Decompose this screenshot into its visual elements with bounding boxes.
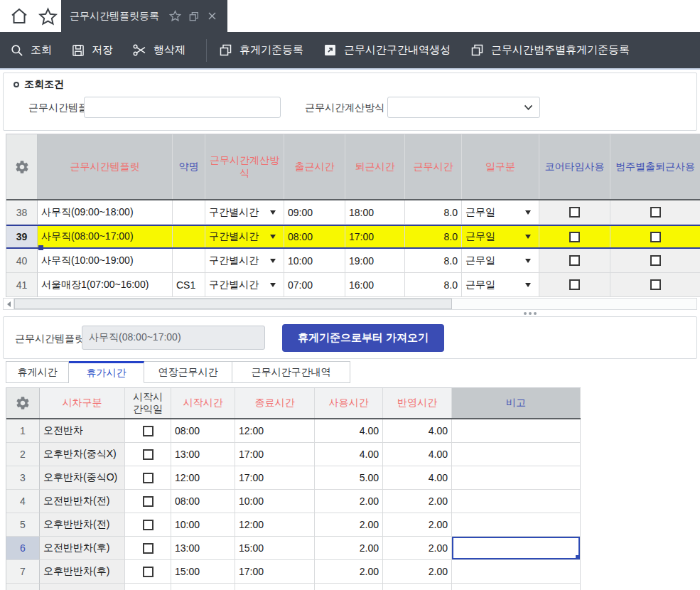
- checkbox[interactable]: [650, 207, 661, 218]
- cell-note[interactable]: [452, 466, 581, 490]
- cell-note[interactable]: [452, 537, 581, 560]
- column-header-calc[interactable]: 근무시간계산방식: [205, 134, 284, 199]
- cell-nextday[interactable]: [125, 466, 171, 490]
- dropdown-arrow-icon[interactable]: [525, 283, 531, 287]
- cell-start[interactable]: 13:00: [171, 537, 235, 560]
- cell-category[interactable]: 오후반반차(전): [40, 513, 125, 537]
- cell-start[interactable]: 10:00: [284, 249, 345, 273]
- cell-nextday[interactable]: [125, 419, 171, 443]
- cell-apply[interactable]: 2.00: [383, 537, 452, 560]
- cell-end[interactable]: 16:00: [345, 273, 405, 297]
- dropdown-arrow-icon[interactable]: [270, 259, 276, 263]
- cell-cat[interactable]: [610, 226, 700, 247]
- column-header-core[interactable]: 코어타임사용: [539, 134, 610, 199]
- favorite-star-icon[interactable]: [37, 6, 58, 27]
- cell-start[interactable]: 09:00: [284, 200, 345, 225]
- cell-calc[interactable]: 구간별시간: [205, 249, 284, 273]
- checkbox[interactable]: [569, 232, 580, 242]
- horizontal-scrollbar[interactable]: [3, 298, 697, 310]
- cell-note[interactable]: [452, 443, 581, 466]
- cell-apply[interactable]: 4.00: [383, 466, 452, 490]
- cell-category[interactable]: 오후반차(중식O): [40, 466, 125, 490]
- tab-worktime-sections[interactable]: 근무시간구간내역: [232, 361, 350, 383]
- column-header-start[interactable]: 출근시간: [284, 134, 345, 199]
- dropdown-arrow-icon[interactable]: [525, 259, 531, 263]
- popout-icon[interactable]: [188, 11, 200, 22]
- row-number[interactable]: 4: [6, 490, 40, 513]
- cell-abbr[interactable]: [173, 249, 205, 273]
- cell-abbr[interactable]: [173, 200, 205, 225]
- cell-day[interactable]: 근무일: [462, 226, 539, 247]
- cell-category[interactable]: 오전반차: [40, 419, 125, 443]
- tab-break-time[interactable]: 휴게시간: [6, 361, 69, 383]
- cell-category[interactable]: 오후반반차(후): [40, 560, 125, 584]
- close-icon[interactable]: [207, 11, 217, 21]
- fill-handle[interactable]: [576, 555, 579, 559]
- cell-cat[interactable]: [610, 273, 700, 297]
- cell-end[interactable]: 15:00: [235, 537, 315, 560]
- cell-end[interactable]: 17:00: [235, 466, 315, 490]
- row-number[interactable]: 3: [6, 466, 40, 490]
- cell-apply[interactable]: 2.00: [383, 513, 452, 537]
- home-icon[interactable]: [9, 6, 30, 27]
- cell-end[interactable]: 18:00: [345, 200, 405, 225]
- break-standard-register-button[interactable]: 휴게기준등록: [218, 43, 303, 58]
- cell-start[interactable]: 15:00: [171, 560, 235, 584]
- cell-nextday[interactable]: [125, 513, 171, 537]
- cell-hours[interactable]: 8.0: [405, 249, 462, 273]
- checkbox[interactable]: [143, 496, 154, 507]
- cell-apply[interactable]: [383, 584, 452, 590]
- cell-template[interactable]: 사무직(10:00~19:00): [38, 249, 173, 273]
- cell-core[interactable]: [539, 200, 610, 225]
- column-header-template[interactable]: 근무시간템플릿: [38, 134, 173, 199]
- cell-category[interactable]: 오전반반차(전): [40, 490, 125, 513]
- cell-end[interactable]: 10:00: [235, 490, 315, 513]
- column-header-note[interactable]: 비고: [452, 388, 581, 418]
- checkbox[interactable]: [650, 279, 661, 290]
- column-header-day[interactable]: 일구분: [462, 134, 539, 199]
- cell-apply[interactable]: 4.00: [383, 443, 452, 466]
- checkbox[interactable]: [143, 473, 154, 483]
- tab-overtime[interactable]: 연장근무시간: [144, 361, 232, 383]
- cell-start[interactable]: 10:00: [171, 513, 235, 537]
- cell-abbr[interactable]: [173, 226, 205, 247]
- cell-use[interactable]: 2.00: [315, 537, 383, 560]
- cell-note[interactable]: [452, 490, 581, 513]
- dropdown-arrow-icon[interactable]: [525, 210, 531, 215]
- column-header-use[interactable]: 사용시간: [315, 388, 383, 418]
- cell-end[interactable]: 17:00: [235, 560, 315, 584]
- checkbox[interactable]: [650, 232, 661, 242]
- cell-template[interactable]: 서울매장1(07:00~16:00): [38, 273, 173, 297]
- dropdown-arrow-icon[interactable]: [270, 283, 276, 287]
- grid-settings-gear-icon[interactable]: [6, 388, 40, 418]
- cell-start[interactable]: 08:00: [171, 419, 235, 443]
- template-search-input[interactable]: [84, 97, 281, 118]
- row-number[interactable]: [6, 584, 40, 590]
- cell-start[interactable]: 07:00: [284, 273, 345, 297]
- column-header-apply[interactable]: 반영시간: [383, 388, 452, 418]
- checkbox[interactable]: [569, 279, 580, 290]
- cell-note[interactable]: [452, 419, 581, 443]
- row-number[interactable]: 40: [6, 249, 38, 273]
- category-break-standard-register-button[interactable]: 근무시간범주별휴게기준등록: [470, 43, 630, 58]
- import-from-break-standard-button[interactable]: 휴게기준으로부터 가져오기: [282, 324, 444, 352]
- column-header-hours[interactable]: 근무시간: [405, 134, 462, 199]
- cell-abbr[interactable]: CS1: [173, 273, 205, 297]
- cell-apply[interactable]: 2.00: [383, 490, 452, 513]
- column-header-start[interactable]: 시작시간: [171, 388, 235, 418]
- cell-note[interactable]: [452, 584, 581, 590]
- cell-end[interactable]: 12:00: [235, 419, 315, 443]
- cell-apply[interactable]: 2.00: [383, 560, 452, 584]
- cell-use[interactable]: 2.00: [315, 513, 383, 537]
- scrollbar-thumb[interactable]: [14, 299, 452, 309]
- cell-use[interactable]: 2.00: [315, 490, 383, 513]
- column-header-nextday[interactable]: 시작시간익일: [125, 388, 171, 418]
- cell-category[interactable]: 오전반반차(후): [40, 537, 125, 560]
- checkbox[interactable]: [143, 426, 154, 436]
- cell-start[interactable]: 12:00: [171, 466, 235, 490]
- cell-cat[interactable]: [610, 249, 700, 273]
- fill-handle[interactable]: [38, 245, 43, 250]
- cell-core[interactable]: [539, 273, 610, 297]
- cell-end[interactable]: 17:00: [345, 226, 405, 247]
- calc-method-select[interactable]: [387, 97, 540, 118]
